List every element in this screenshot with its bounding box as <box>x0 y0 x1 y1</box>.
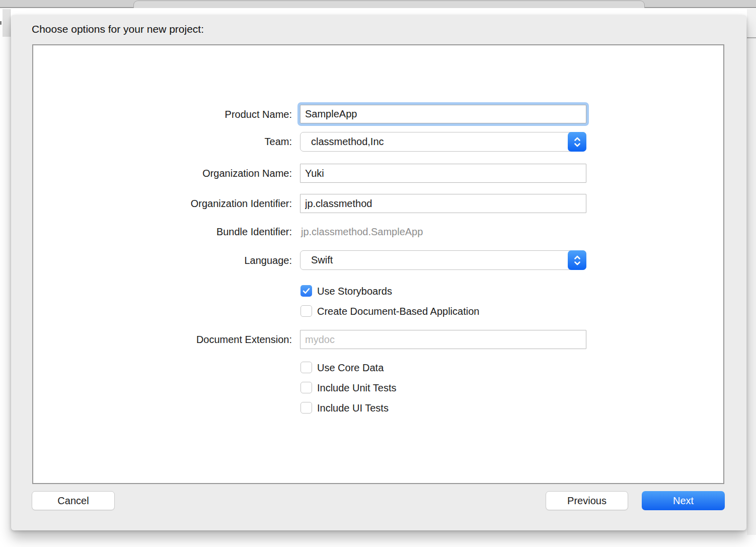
create-document-based-checkbox[interactable] <box>300 305 312 317</box>
organization-identifier-input[interactable] <box>300 194 586 213</box>
next-button[interactable]: Next <box>642 491 725 510</box>
bundle-identifier-label: Bundle Identifier: <box>101 225 292 238</box>
create-document-based-label: Create Document-Based Application <box>317 305 479 317</box>
background-window-tick <box>0 21 2 25</box>
document-extension-input[interactable] <box>300 330 586 349</box>
background-window-toolbar <box>0 0 756 8</box>
use-core-data-checkbox[interactable] <box>300 362 312 373</box>
use-storyboards-label: Use Storyboards <box>317 285 392 297</box>
organization-name-input[interactable] <box>300 164 586 183</box>
product-name-focus-ring <box>297 102 589 126</box>
use-core-data-label: Use Core Data <box>317 362 384 374</box>
chevron-up-down-icon <box>568 250 586 270</box>
include-ui-tests-checkbox[interactable] <box>300 402 312 414</box>
document-extension-label: Document Extension: <box>101 333 292 346</box>
language-label: Language: <box>101 254 292 267</box>
language-popup[interactable]: Swift <box>300 250 586 270</box>
dialog-title: Choose options for your new project: <box>32 22 204 37</box>
team-label: Team: <box>101 135 292 148</box>
background-window-left-edge <box>3 9 11 37</box>
product-name-label: Product Name: <box>101 108 292 121</box>
new-project-options-dialog: Choose options for your new project: Pro… <box>11 15 746 530</box>
product-name-input[interactable] <box>300 105 586 123</box>
background-window-right-edge <box>747 9 756 535</box>
background-sheet-top-edge <box>133 1 645 8</box>
chevron-up-down-icon <box>568 132 586 152</box>
use-storyboards-checkbox[interactable] <box>300 285 312 297</box>
background-window-right-divider <box>747 37 756 38</box>
previous-button[interactable]: Previous <box>546 491 628 510</box>
include-ui-tests-label: Include UI Tests <box>317 402 389 414</box>
include-unit-tests-label: Include Unit Tests <box>317 382 397 394</box>
language-popup-value: Swift <box>311 251 333 269</box>
team-popup[interactable]: classmethod,Inc <box>300 132 586 152</box>
include-unit-tests-checkbox[interactable] <box>300 382 312 393</box>
team-popup-value: classmethod,Inc <box>311 132 384 151</box>
organization-identifier-label: Organization Identifier: <box>101 197 292 210</box>
bundle-identifier-value: jp.classmethod.SampleApp <box>301 225 423 238</box>
organization-name-label: Organization Name: <box>101 167 292 180</box>
checkmark-icon <box>302 287 311 295</box>
cancel-button[interactable]: Cancel <box>32 491 115 510</box>
